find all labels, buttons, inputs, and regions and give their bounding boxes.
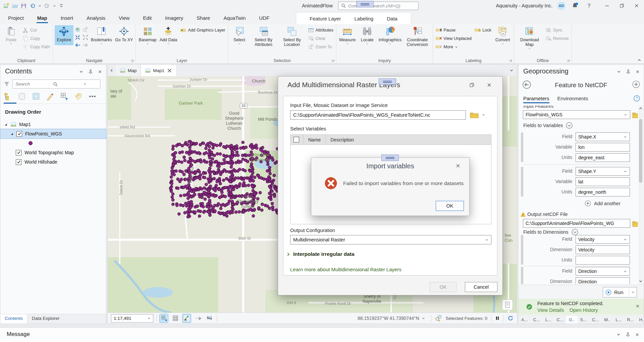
tree-item-map1[interactable]: Map1 (0, 120, 106, 129)
panel-tab-2[interactable]: L... (543, 316, 554, 324)
contextual-tab-data[interactable]: Data (387, 13, 397, 24)
bookmarks-button[interactable]: Bookmarks (90, 25, 113, 45)
panel-tab-10[interactable]: H.. (637, 316, 644, 324)
new-project-icon[interactable] (3, 3, 9, 9)
list-by-labeling-icon[interactable] (74, 92, 83, 101)
help-icon[interactable]: ? (586, 2, 592, 9)
dialog-launcher-icon[interactable] (567, 58, 571, 62)
pin-icon[interactable] (88, 69, 93, 74)
close-dialog-icon[interactable] (487, 82, 492, 88)
command-search-input[interactable]: Command Search (Alt+Q) (338, 2, 419, 10)
list-by-data-source-icon[interactable] (18, 92, 26, 101)
panel-tab-6[interactable]: C... (589, 316, 601, 324)
browse-folder-icon[interactable] (470, 111, 479, 118)
field-select[interactable]: Direction (576, 267, 630, 276)
contextual-tab-labeling[interactable]: Labeling (354, 13, 373, 24)
dismiss-notification-icon[interactable] (636, 304, 640, 308)
layer-visibility-checkbox[interactable] (16, 159, 21, 165)
undo-menu-icon[interactable] (38, 4, 41, 7)
list-by-selection-icon[interactable] (32, 92, 40, 101)
lock-button[interactable]: Lock (474, 27, 492, 34)
tab-parameters[interactable]: Parameters (523, 96, 549, 103)
dialog-launcher-icon[interactable] (331, 58, 335, 62)
scrollbar[interactable] (639, 106, 643, 284)
output-netcdf-input[interactable]: C:\Support\AnimatedFlow\FlowPoints_WG (523, 219, 630, 228)
column-description[interactable]: Description (326, 137, 359, 142)
restore-button[interactable] (614, 0, 629, 11)
view-unplaced-button[interactable]: View Unplaced (435, 35, 473, 42)
menu-tab-edit[interactable]: Edit (143, 11, 152, 24)
close-panel-icon[interactable] (98, 70, 102, 74)
point-symbol[interactable] (29, 141, 33, 145)
grid-button[interactable] (171, 314, 179, 323)
panel-tab-7[interactable]: M.. (601, 316, 613, 324)
list-by-drawing-order-icon[interactable] (4, 92, 12, 101)
convert-button[interactable]: AConvert (493, 25, 512, 45)
panel-tab-9[interactable]: R... (624, 316, 636, 324)
open-history-link[interactable]: Open History (570, 307, 598, 313)
field-select[interactable]: Shape.Y (576, 167, 630, 176)
units-input[interactable]: degree_east (576, 153, 630, 162)
scroll-tabs-left-icon[interactable] (110, 68, 114, 72)
fixed-zoom-in-icon[interactable] (74, 34, 81, 41)
run-button[interactable]: Run (603, 287, 637, 297)
variable-input[interactable]: lon (576, 143, 630, 152)
more-button[interactable]: More (435, 44, 473, 50)
coordinate-conversion-button[interactable]: Coordinate Conversion (404, 25, 431, 47)
layer-visibility-checkbox[interactable] (16, 131, 22, 137)
grid-add-button[interactable] (160, 314, 168, 323)
basemap-button[interactable]: Basemap (138, 25, 157, 45)
variable-input[interactable]: lat (576, 177, 630, 186)
filter-icon[interactable] (4, 81, 10, 87)
panel-tab-8[interactable]: L... (613, 316, 624, 324)
menu-tab-imagery[interactable]: Imagery (165, 11, 183, 24)
avatar[interactable]: AD (557, 2, 566, 10)
units-input[interactable]: degree_north (576, 188, 630, 196)
menu-tab-udf[interactable]: UDF (259, 11, 269, 24)
expander-icon[interactable] (10, 132, 14, 136)
panel-tab-3[interactable]: C... (554, 316, 566, 324)
redo-icon[interactable] (44, 3, 50, 9)
dimension-input[interactable]: Velocity (576, 245, 630, 254)
close-dialog-icon[interactable] (455, 163, 461, 168)
contextual-tab-feature-layer[interactable]: Feature Layer (310, 13, 341, 24)
expander-icon[interactable] (4, 122, 8, 126)
add-another-button[interactable]: Add another (584, 200, 621, 207)
tree-item-world-hillshade[interactable]: World Hillshade (0, 157, 106, 167)
undo-icon[interactable] (30, 3, 35, 9)
snap-button[interactable] (182, 314, 191, 323)
select-all-checkbox[interactable] (293, 137, 299, 142)
infographics-button[interactable]: Infographics (378, 25, 403, 45)
bottom-tab-contents[interactable]: Contents (0, 314, 28, 324)
ok-button[interactable]: OK (436, 201, 464, 211)
pause-button[interactable]: Pause (435, 27, 473, 34)
attributes-button[interactable]: Attributes (307, 27, 334, 34)
select-by-location-button[interactable]: Select By Location (278, 25, 306, 47)
units-input[interactable] (576, 256, 630, 265)
input-file-field[interactable]: C:\Support\AnimatedFlow\FlowPoints_WGS_F… (290, 110, 466, 120)
select-button[interactable]: Select (230, 25, 249, 45)
contents-search-input[interactable]: Search (12, 79, 100, 89)
map-notification-button[interactable] (502, 299, 513, 310)
maximize-icon[interactable] (469, 82, 474, 88)
interpolate-expander[interactable]: Interpolate irregular data (286, 251, 355, 257)
scroll-up-icon[interactable] (639, 106, 643, 110)
minimize-button[interactable] (600, 0, 614, 11)
locate-button[interactable]: Locate (358, 25, 377, 45)
fields-to-variables-section[interactable]: Fields to Variables (523, 122, 573, 129)
redo-menu-icon[interactable] (53, 4, 56, 7)
scroll-down-icon[interactable] (639, 279, 643, 283)
dialog-launcher-icon[interactable] (509, 58, 513, 62)
add-to-project-icon[interactable] (632, 80, 640, 89)
download-map-button[interactable]: Download Map (516, 25, 543, 50)
list-by-editing-icon[interactable] (46, 92, 54, 101)
panel-tab-4[interactable]: G.. (566, 316, 577, 324)
explore-button[interactable]: Explore (55, 25, 73, 45)
menu-tab-share[interactable]: Share (197, 11, 210, 24)
go-to-xy-button[interactable]: Go To XY (114, 25, 134, 43)
pin-icon[interactable] (626, 332, 630, 337)
north-button[interactable]: N (205, 314, 214, 323)
collapse-ribbon-icon[interactable] (637, 58, 641, 62)
input-features-select[interactable]: FlowPoints_WGS (523, 110, 630, 119)
tab-map1[interactable]: Map1 (141, 65, 177, 76)
